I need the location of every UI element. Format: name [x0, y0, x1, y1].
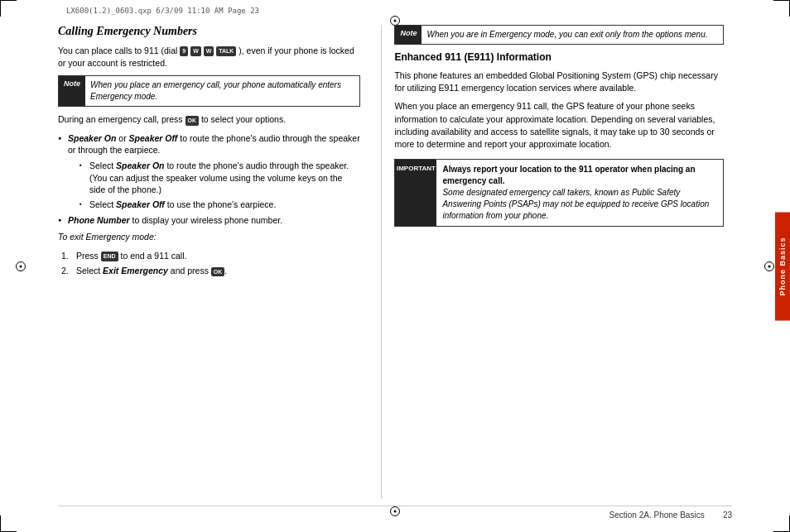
- e911-title: Enhanced 911 (E911) Information: [394, 51, 724, 63]
- left-column: Calling Emergency Numbers You can place …: [58, 25, 377, 499]
- column-divider: [381, 25, 382, 499]
- speaker-on-label: Speaker On: [68, 133, 116, 143]
- page-container: LX600(1.2)_0603.qxp 6/3/09 11:10 AM Page…: [0, 0, 790, 532]
- exit-title: To exit Emergency mode:: [58, 231, 360, 243]
- speaker-connector: or: [118, 133, 128, 143]
- speaker-sub-list: Select Speaker On to route the phone's a…: [79, 160, 360, 211]
- corner-tl: [0, 0, 17, 17]
- during-call-paragraph: During an emergency call, press OK to se…: [58, 113, 360, 126]
- file-info: LX600(1.2)_0603.qxp 6/3/09 11:10 AM Page…: [66, 7, 259, 15]
- footer-text: Section 2A. Phone Basics 23: [609, 510, 732, 520]
- corner-tr: [773, 0, 790, 17]
- w-icon2: W: [204, 46, 214, 56]
- sub-item-speaker-off: Select Speaker Off to use the phone's ea…: [79, 199, 360, 211]
- ok-icon: OK: [211, 267, 225, 277]
- dial-icon: 9: [180, 46, 188, 56]
- e911-para2: When you place an emergency 911 call, th…: [394, 100, 724, 151]
- note-label-right: Note: [395, 26, 421, 44]
- important-box: IMPORTANT Always report your location to…: [394, 159, 724, 227]
- right-column: Note When you are in Emergency mode, you…: [386, 25, 732, 499]
- phone-number-suffix: to display your wireless phone number.: [132, 215, 283, 225]
- important-label: IMPORTANT: [395, 160, 436, 226]
- note-content-right: When you are in Emergency mode, you can …: [421, 26, 712, 44]
- corner-br: [773, 515, 790, 532]
- list-item-speaker: Speaker On or Speaker Off to route the p…: [58, 132, 360, 211]
- speaker-off-label: Speaker Off: [129, 133, 178, 143]
- exit-step-2: 2. Select Exit Emergency and press OK.: [61, 265, 360, 277]
- w-icon1: W: [190, 46, 201, 56]
- during-call-text: During an emergency call, press: [58, 114, 183, 124]
- phone-number-label: Phone Number: [68, 215, 130, 225]
- options-list: Speaker On or Speaker Off to route the p…: [58, 132, 360, 227]
- menu-icon: OK: [185, 116, 200, 126]
- content-area: Calling Emergency Numbers You can place …: [58, 25, 732, 499]
- list-item-phone-number: Phone Number to display your wireless ph…: [58, 214, 360, 227]
- end-icon: END: [101, 252, 118, 261]
- during-call-suffix: to select your options.: [201, 114, 286, 124]
- page-footer: Section 2A. Phone Basics 23: [58, 506, 732, 520]
- reg-mark-right: [764, 261, 775, 272]
- note-box-right: Note When you are in Emergency mode, you…: [394, 25, 724, 45]
- exit-steps: 1. Press END to end a 911 call. 2. Selec…: [61, 250, 360, 277]
- corner-bl: [0, 515, 17, 532]
- important-content: Always report your location to the 911 o…: [436, 160, 723, 226]
- intro-paragraph: You can place calls to 911 (dial 9 W W T…: [58, 45, 360, 69]
- sub-item-speaker-on: Select Speaker On to route the phone's a…: [79, 160, 360, 196]
- important-bold-text: Always report your location to the 911 o…: [442, 165, 695, 185]
- important-italic-text: Some designated emergency call takers, k…: [442, 188, 709, 220]
- reg-mark-left: [15, 261, 26, 272]
- section-title: Calling Emergency Numbers: [58, 25, 360, 38]
- footer-page-number: 23: [723, 510, 732, 520]
- intro-text: You can place calls to 911 (dial: [58, 46, 177, 55]
- e911-para1: This phone features an embedded Global P…: [394, 69, 724, 94]
- note-content-left: When you place an emergency call, your p…: [85, 76, 359, 106]
- step2-num: 2.: [61, 265, 69, 277]
- exit-step-1: 1. Press END to end a 911 call.: [61, 250, 360, 262]
- footer-section: Section 2A. Phone Basics: [609, 510, 705, 520]
- side-tab: Phone Basics: [775, 212, 790, 320]
- step1-num: 1.: [61, 250, 69, 262]
- note-box-left: Note When you place an emergency call, y…: [58, 75, 360, 107]
- talk-icon: TALK: [216, 46, 236, 56]
- note-label-left: Note: [59, 76, 85, 106]
